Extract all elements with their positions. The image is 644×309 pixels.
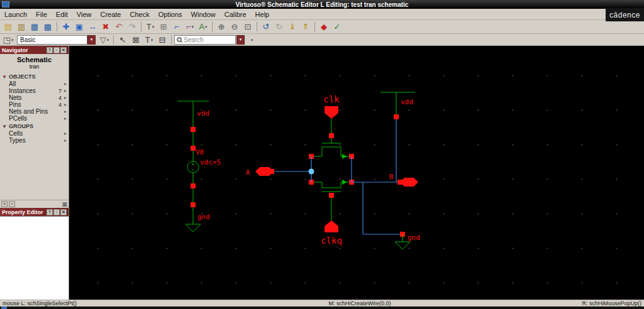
- chevron-right-icon[interactable]: ▸: [64, 109, 67, 114]
- mouse-bindings-icon[interactable]: ◳▾: [2, 34, 14, 45]
- create-pin-icon[interactable]: ◆: [318, 21, 330, 33]
- pin-square[interactable]: [191, 146, 196, 151]
- navigator-header[interactable]: Navigator ? ▫ ✕: [0, 46, 69, 54]
- chevron-right-icon[interactable]: ▸: [64, 116, 67, 121]
- pin-label[interactable]: clk: [323, 94, 340, 104]
- pin-square[interactable]: [191, 127, 196, 132]
- layer-filter-icon[interactable]: ▽▾: [98, 34, 111, 45]
- collapse-all-button[interactable]: −: [9, 201, 15, 207]
- solder-dot[interactable]: [309, 169, 314, 175]
- taskbar-app-indicator[interactable]: [1, 306, 7, 309]
- list-view-icon[interactable]: ▦: [62, 201, 67, 207]
- check-icon[interactable]: ✓: [331, 21, 343, 33]
- new-cellview-icon[interactable]: ▤: [2, 21, 14, 33]
- vdd-rail-right[interactable]: vdd: [380, 92, 415, 119]
- help-button[interactable]: ?: [47, 47, 53, 53]
- create-wire-icon[interactable]: ⌐: [170, 21, 183, 33]
- area-select-icon[interactable]: ⊠: [130, 34, 142, 45]
- save-icon[interactable]: ▦: [28, 21, 41, 33]
- menu-help[interactable]: Help: [251, 11, 274, 18]
- menu-view[interactable]: View: [72, 11, 96, 18]
- expand-all-button[interactable]: +: [1, 201, 8, 207]
- sidebar-item-all[interactable]: All▸: [0, 80, 69, 87]
- instance-transistor-top[interactable]: [309, 143, 354, 159]
- open-cellview-icon[interactable]: ▥: [15, 21, 28, 33]
- previous-view-icon[interactable]: ↺: [260, 21, 272, 33]
- pin-square[interactable]: [329, 193, 334, 198]
- sidebar-item-cells[interactable]: Cells▸: [0, 130, 69, 137]
- search-input[interactable]: Search: [174, 35, 236, 45]
- close-button[interactable]: ✕: [60, 209, 67, 215]
- section-collapse-icon[interactable]: ▼: [2, 74, 7, 80]
- single-select-icon[interactable]: ↖: [116, 34, 129, 45]
- move-icon[interactable]: ✚: [60, 21, 72, 33]
- next-view-icon[interactable]: ↻: [273, 21, 286, 33]
- schematic-canvas[interactable]: vdd V0 vdc=5 + − gnd clk: [69, 46, 644, 300]
- sidebar-item-nets-and-pins[interactable]: Nets and Pins▸: [0, 108, 69, 115]
- chevron-right-icon[interactable]: ▸: [64, 102, 67, 107]
- pin-square[interactable]: [269, 169, 274, 174]
- palette-combobox-caret[interactable]: ▾: [87, 35, 96, 45]
- menu-edit[interactable]: Edit: [52, 11, 72, 18]
- pin-shape[interactable]: [325, 220, 338, 232]
- sidebar-item-instances[interactable]: Instances7▸: [0, 87, 69, 94]
- pin-square[interactable]: [191, 183, 196, 188]
- net-label[interactable]: vdd: [197, 109, 209, 117]
- pin-label[interactable]: B: [389, 173, 394, 181]
- ascend-icon[interactable]: ⇑: [299, 21, 312, 33]
- sidebar-item-pcells[interactable]: PCells▸: [0, 115, 69, 122]
- chevron-right-icon[interactable]: ▸: [64, 131, 67, 136]
- net-label[interactable]: gnd: [408, 234, 420, 242]
- close-button[interactable]: ✕: [60, 47, 67, 53]
- zoom-fit-icon[interactable]: ⊡: [242, 21, 254, 33]
- copy-icon[interactable]: ▣: [73, 21, 86, 33]
- pin-shape[interactable]: [325, 106, 338, 119]
- menu-create[interactable]: Create: [96, 11, 125, 18]
- pin-square[interactable]: [329, 133, 334, 138]
- sidebar-item-pins[interactable]: Pins4▸: [0, 101, 69, 108]
- net-label[interactable]: vdd: [401, 98, 413, 106]
- pin-square[interactable]: [397, 180, 402, 185]
- create-wide-wire-icon[interactable]: ⌐▾: [184, 21, 196, 33]
- text-edit-icon[interactable]: T▾: [143, 34, 155, 45]
- menu-options[interactable]: Options: [154, 11, 187, 18]
- help-button[interactable]: ?: [47, 209, 53, 215]
- nav-section-objects[interactable]: ▼OBJECTS: [0, 72, 69, 80]
- float-button[interactable]: ▫: [53, 47, 60, 53]
- instance-voltage-source[interactable]: vdd V0 vdc=5 + − gnd: [177, 101, 221, 232]
- menu-calibre[interactable]: Calibre: [220, 11, 251, 18]
- section-collapse-icon[interactable]: ▼: [2, 124, 7, 129]
- check-and-save-icon[interactable]: ▩: [42, 21, 54, 33]
- menu-window[interactable]: Window: [187, 11, 220, 18]
- descend-icon[interactable]: ⇓: [286, 21, 299, 33]
- pin-label[interactable]: clkq: [321, 236, 342, 246]
- nav-section-groups[interactable]: ▼GROUPS: [0, 122, 69, 130]
- property-editor-icon[interactable]: T▾: [144, 21, 157, 33]
- chevron-right-icon[interactable]: ▸: [64, 95, 67, 100]
- pin-clkq[interactable]: clkq: [321, 220, 342, 246]
- instance-name-label[interactable]: V0: [196, 148, 204, 156]
- search-caret-button[interactable]: ▾: [236, 35, 245, 45]
- net-output-b[interactable]: B: [352, 117, 418, 234]
- ground-symbol[interactable]: [186, 224, 201, 232]
- schematic-drawing[interactable]: vdd V0 vdc=5 + − gnd clk: [69, 46, 644, 300]
- chevron-right-icon[interactable]: ▸: [64, 138, 67, 143]
- redo-icon[interactable]: ↷: [126, 21, 138, 33]
- undo-icon[interactable]: ↶: [113, 21, 125, 33]
- delete-icon[interactable]: ✖: [99, 21, 112, 33]
- instance-param-label[interactable]: vdc=5: [200, 158, 221, 166]
- net-label[interactable]: gnd: [197, 213, 210, 221]
- pin-label[interactable]: A: [246, 168, 250, 176]
- chevron-right-icon[interactable]: ▸: [64, 81, 67, 87]
- create-label-icon[interactable]: A▾: [197, 21, 209, 33]
- menu-file[interactable]: File: [31, 11, 52, 18]
- pin-clk[interactable]: clk: [323, 94, 340, 143]
- pin-square[interactable]: [191, 202, 196, 207]
- ground-symbol[interactable]: [395, 242, 410, 249]
- palette-combobox-value[interactable]: Basic: [17, 35, 87, 45]
- chevron-right-icon[interactable]: ▸: [64, 88, 67, 94]
- sidebar-item-types[interactable]: Types▸: [0, 137, 69, 144]
- net-input-a[interactable]: A: [246, 156, 314, 182]
- palette-combobox[interactable]: Basic ▾: [17, 35, 96, 45]
- pin-square[interactable]: [394, 114, 399, 119]
